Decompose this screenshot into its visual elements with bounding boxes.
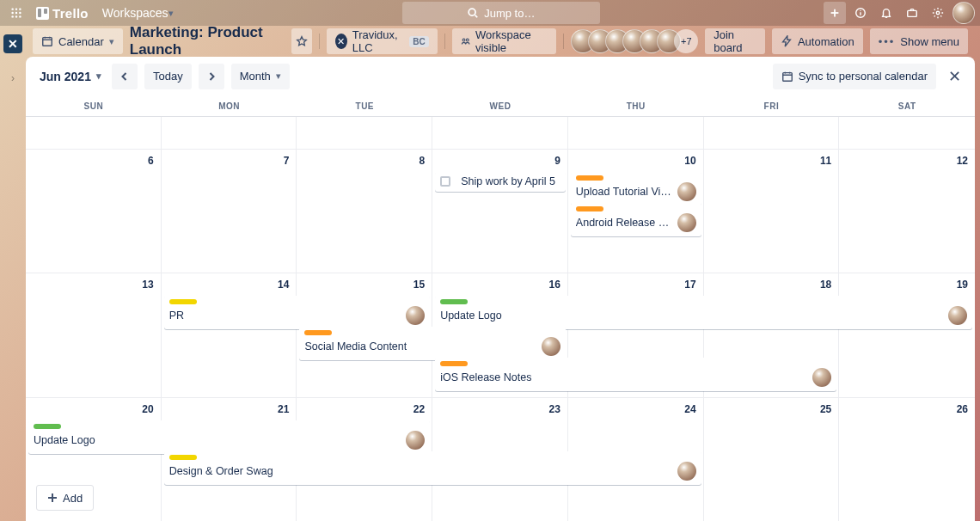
month-picker[interactable]: Jun 2021 ▾ [36, 70, 105, 83]
assignee-avatar[interactable] [812, 368, 831, 387]
today-button[interactable]: Today [144, 64, 192, 89]
day-cell[interactable]: 12 [839, 150, 975, 273]
day-cell[interactable]: 25 [704, 398, 840, 521]
briefcase-icon[interactable] [901, 2, 923, 24]
assignee-avatar[interactable] [406, 306, 425, 325]
day-cell[interactable]: 19 [839, 273, 975, 396]
day-cell[interactable] [839, 117, 975, 149]
svg-point-6 [11, 15, 13, 17]
svg-point-23 [466, 39, 469, 41]
assignee-avatar[interactable] [677, 213, 696, 232]
workspaces-dropdown[interactable]: Workspaces ▾ [97, 2, 179, 24]
event-card[interactable]: Update Logo [435, 296, 972, 329]
board-title[interactable]: Marketing: Product Launch [130, 24, 285, 58]
star-board-button[interactable] [291, 28, 313, 54]
day-headers: SUN MON TUE WED THU FRI SAT [26, 96, 975, 117]
chevron-down-icon: ▾ [168, 8, 174, 19]
show-menu-button[interactable]: ••• Show menu [870, 28, 968, 54]
event-card[interactable]: Ship work by April 5 [435, 172, 566, 192]
day-cell[interactable]: 8 [297, 150, 432, 273]
trello-logo[interactable]: Trello [31, 2, 94, 24]
svg-point-15 [860, 10, 861, 11]
prev-period-button[interactable] [112, 64, 138, 89]
day-cell[interactable] [432, 117, 568, 149]
day-cell[interactable] [162, 117, 297, 149]
checkbox-icon[interactable] [440, 176, 450, 187]
day-cell[interactable]: 6 [26, 150, 162, 273]
svg-rect-18 [43, 38, 52, 46]
event-card[interactable]: PR [164, 296, 430, 329]
calendar-panel: Jun 2021 ▾ Today Month ▾ Sync to [26, 57, 975, 521]
day-cell[interactable]: 13 [26, 273, 162, 396]
day-cell[interactable]: 9 [432, 150, 568, 273]
members-more-count[interactable]: +7 [674, 29, 698, 53]
automation-button[interactable]: Automation [772, 28, 863, 54]
board-header: Calendar ▾ Marketing: Product Launch ✕ T… [26, 26, 975, 57]
calendar-body: 6 7 8 9 10 11 12 Ship work by April 5 Up… [26, 117, 975, 521]
add-card-button[interactable]: Add [36, 485, 94, 511]
assignee-avatar[interactable] [677, 182, 696, 201]
jump-to-search[interactable]: Jump to… [402, 2, 600, 24]
assignee-avatar[interactable] [677, 462, 696, 481]
org-logo-icon: ✕ [335, 34, 347, 49]
view-switcher[interactable]: Calendar ▾ [33, 28, 123, 54]
label-orange [440, 361, 468, 366]
svg-point-17 [936, 11, 940, 15]
day-cell[interactable] [568, 117, 704, 149]
svg-rect-24 [782, 72, 792, 81]
chevron-down-icon: ▾ [96, 70, 101, 82]
day-cell[interactable] [704, 117, 840, 149]
day-cell[interactable]: 26 [839, 398, 975, 521]
calendar-week [26, 117, 975, 150]
user-avatar[interactable] [952, 2, 975, 24]
event-card[interactable]: Android Release Notes [571, 203, 701, 236]
notifications-icon[interactable] [875, 2, 897, 24]
expand-sidebar-icon[interactable]: › [11, 72, 15, 84]
svg-point-22 [462, 39, 465, 41]
day-cell[interactable]: 14 [162, 273, 297, 396]
day-cell[interactable]: 11 [704, 150, 840, 273]
svg-point-4 [15, 12, 17, 14]
create-button[interactable] [824, 2, 846, 24]
label-green [34, 424, 61, 429]
visibility-chip[interactable]: Workspace visible [452, 28, 557, 54]
calendar-week: 20 21 22 23 24 25 26 Update Logo Design [26, 398, 975, 521]
organization-chip[interactable]: ✕ Travidux, LLC BC [327, 28, 438, 54]
sync-calendar-button[interactable]: Sync to personal calendar [773, 64, 936, 89]
workspace-icon[interactable]: ✕ [3, 34, 22, 53]
label-yellow [169, 455, 197, 460]
svg-point-5 [19, 12, 21, 14]
day-cell[interactable] [26, 117, 162, 149]
svg-point-7 [15, 15, 17, 17]
info-icon[interactable] [849, 2, 872, 24]
join-board-button[interactable]: Join board [705, 28, 765, 54]
event-card[interactable]: iOS Release Notes [435, 358, 836, 391]
svg-line-10 [475, 15, 478, 18]
svg-point-8 [19, 15, 21, 17]
apps-launcher-icon[interactable] [5, 2, 28, 24]
label-orange [304, 330, 332, 335]
day-cell[interactable]: 7 [162, 150, 297, 273]
chevron-down-icon: ▾ [276, 70, 281, 82]
event-card[interactable]: Social Media Content [299, 327, 565, 360]
event-card[interactable]: Upload Tutorial Videos [571, 172, 701, 205]
next-period-button[interactable] [199, 64, 224, 89]
event-card[interactable]: Update Logo [28, 420, 430, 454]
range-picker[interactable]: Month ▾ [231, 64, 290, 89]
assignee-avatar[interactable] [542, 337, 560, 356]
settings-icon[interactable] [927, 2, 949, 24]
app-name: Trello [52, 6, 89, 21]
assignee-avatar[interactable] [406, 431, 425, 450]
svg-point-2 [19, 8, 21, 9]
svg-point-3 [11, 12, 13, 14]
assignee-avatar[interactable] [948, 306, 967, 325]
calendar-week: 13 14 15 16 17 18 19 PR Update Logo [26, 273, 975, 397]
day-cell[interactable] [297, 117, 432, 149]
board-members[interactable]: +7 [571, 29, 698, 53]
trello-glyph-icon [36, 7, 49, 20]
close-calendar-button[interactable]: ✕ [945, 64, 965, 89]
org-badge: BC [409, 36, 428, 47]
label-orange [576, 175, 603, 181]
event-card[interactable]: Design & Order Swag [164, 451, 701, 485]
search-placeholder: Jump to… [484, 7, 535, 20]
